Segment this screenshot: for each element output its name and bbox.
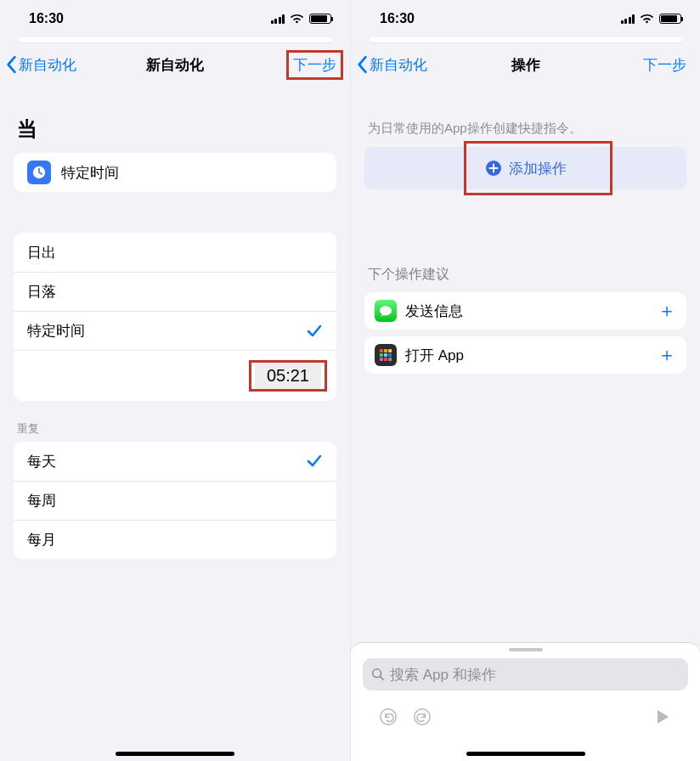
battery-icon — [309, 14, 331, 24]
suggestion-open-app[interactable]: 打开 App ＋ — [364, 336, 686, 374]
option-sunset[interactable]: 日落 — [14, 272, 336, 311]
option-specific-label: 特定时间 — [27, 321, 85, 341]
undo-key[interactable] — [371, 702, 405, 731]
option-sunrise-label: 日出 — [27, 243, 56, 262]
back-button[interactable]: 新自动化 — [5, 55, 76, 75]
suggestion-label: 打开 App — [405, 346, 464, 365]
sheet-handle — [19, 37, 331, 42]
back-label: 新自动化 — [19, 55, 76, 75]
option-specific-time[interactable]: 特定时间 — [14, 311, 336, 350]
redo-key[interactable] — [405, 702, 439, 731]
svg-rect-8 — [380, 358, 383, 361]
suggestion-send-message[interactable]: 发送信息 ＋ — [364, 292, 686, 330]
svg-rect-7 — [388, 353, 392, 357]
svg-rect-2 — [380, 349, 383, 352]
repeat-daily-label: 每天 — [27, 452, 56, 471]
trigger-header-cell[interactable]: 特定时间 — [14, 153, 336, 192]
svg-rect-5 — [380, 353, 383, 357]
sheet-handle — [370, 37, 682, 42]
status-time: 16:30 — [29, 11, 271, 26]
trigger-header-group: 特定时间 — [14, 153, 336, 192]
cellular-icon — [621, 14, 635, 24]
chevron-left-icon — [356, 55, 368, 74]
checkmark-icon — [306, 454, 323, 469]
home-indicator — [466, 752, 585, 756]
search-icon — [371, 668, 385, 681]
back-label: 新自动化 — [370, 55, 427, 75]
plus-icon: ＋ — [658, 342, 676, 368]
wifi-icon — [290, 14, 304, 24]
apps-grid-icon — [375, 344, 397, 366]
checkmark-icon — [306, 324, 323, 339]
status-bar: 16:30 — [351, 0, 700, 37]
repeat-monthly-label: 每月 — [27, 530, 56, 550]
status-bar: 16:30 — [0, 0, 350, 37]
grabber-icon[interactable] — [509, 648, 543, 651]
when-label: 当 — [0, 90, 350, 153]
svg-rect-4 — [388, 349, 392, 352]
svg-line-12 — [381, 677, 384, 680]
status-time: 16:30 — [380, 11, 621, 26]
add-action-label: 添加操作 — [509, 159, 567, 178]
search-input[interactable]: 搜索 App 和操作 — [363, 658, 688, 691]
back-button[interactable]: 新自动化 — [356, 55, 427, 75]
repeat-weekly-label: 每周 — [27, 491, 56, 510]
time-picker-highlight: 05:21 — [253, 364, 323, 387]
repeat-daily[interactable]: 每天 — [14, 442, 336, 481]
clock-icon — [27, 161, 51, 184]
messages-icon — [375, 300, 397, 322]
battery-icon — [659, 14, 681, 24]
plus-icon: ＋ — [658, 298, 676, 324]
option-sunrise[interactable]: 日出 — [14, 233, 336, 272]
repeat-monthly[interactable]: 每月 — [14, 520, 336, 559]
time-picker-row: 05:21 — [14, 350, 336, 401]
wifi-icon — [640, 14, 654, 24]
svg-rect-10 — [388, 358, 392, 361]
next-button[interactable]: 下一步 — [638, 52, 692, 78]
svg-rect-6 — [384, 353, 387, 357]
status-icons — [621, 14, 682, 24]
chevron-left-icon — [5, 55, 17, 74]
screen-actions: 16:30 新自动化 操作 下一步 为日常使用的App操作创建快捷指令。 添加操… — [350, 0, 700, 761]
screen-new-automation: 16:30 新自动化 新自动化 下一步 当 — [0, 0, 350, 761]
time-options-group: 日出 日落 特定时间 05:21 — [14, 233, 336, 401]
option-sunset-label: 日落 — [27, 282, 56, 302]
search-placeholder: 搜索 App 和操作 — [390, 665, 496, 685]
suggestions-label: 下个操作建议 — [351, 189, 700, 292]
svg-rect-9 — [384, 358, 387, 361]
cellular-icon — [271, 14, 285, 24]
play-key[interactable] — [646, 702, 680, 731]
time-picker[interactable]: 05:21 — [255, 359, 321, 392]
status-icons — [271, 14, 332, 24]
nav-bar: 新自动化 操作 下一步 — [351, 46, 700, 83]
description-text: 为日常使用的App操作创建快捷指令。 — [351, 90, 700, 147]
next-button[interactable]: 下一步 — [288, 52, 342, 78]
keyboard-accessory: 搜索 App 和操作 — [351, 642, 700, 761]
suggestion-label: 发送信息 — [405, 302, 463, 321]
home-indicator — [116, 752, 234, 756]
svg-point-11 — [373, 669, 381, 678]
svg-rect-3 — [384, 349, 387, 352]
repeat-weekly[interactable]: 每周 — [14, 481, 336, 520]
add-action-button[interactable]: 添加操作 — [364, 147, 686, 189]
nav-bar: 新自动化 新自动化 下一步 — [0, 46, 350, 83]
repeat-group: 每天 每周 每月 — [14, 442, 336, 559]
trigger-header-label: 特定时间 — [61, 163, 119, 183]
repeat-label: 重复 — [0, 401, 350, 442]
plus-circle-icon — [485, 160, 502, 177]
keyboard-toolbar — [351, 699, 700, 731]
svg-marker-15 — [658, 710, 669, 724]
content: 当 特定时间 日出 日落 特定时间 — [0, 90, 350, 761]
